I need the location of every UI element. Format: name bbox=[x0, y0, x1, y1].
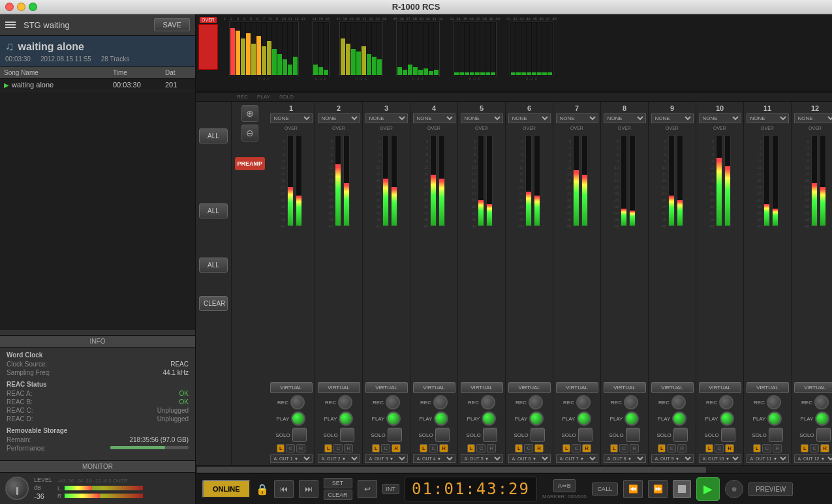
r-btn-11[interactable]: R bbox=[820, 444, 829, 452]
l-btn-9[interactable]: L bbox=[705, 444, 713, 452]
virtual-button-6[interactable]: VIRTUAL bbox=[556, 382, 598, 393]
c-btn-3[interactable]: C bbox=[429, 444, 438, 452]
solo-btn-4[interactable] bbox=[483, 428, 497, 442]
minimize-btn[interactable] bbox=[17, 3, 25, 11]
rec-btn-10[interactable] bbox=[767, 395, 781, 409]
prev-button[interactable]: ⏪ bbox=[623, 480, 643, 498]
rewind-button[interactable]: ⏮ bbox=[274, 480, 294, 498]
solo-btn-6[interactable] bbox=[578, 428, 593, 442]
c-btn-8[interactable]: C bbox=[667, 444, 676, 452]
c-btn-4[interactable]: C bbox=[476, 444, 485, 452]
rec-btn-11[interactable] bbox=[814, 395, 829, 409]
play-btn-2[interactable] bbox=[386, 411, 401, 426]
all-button-2[interactable]: ALL bbox=[199, 203, 228, 218]
online-button[interactable]: ONLINE bbox=[202, 480, 251, 498]
bottom-scrollbar[interactable] bbox=[196, 465, 832, 473]
play-btn-6[interactable] bbox=[577, 411, 591, 426]
rec-btn-1[interactable] bbox=[338, 395, 352, 409]
l-btn-1[interactable]: L bbox=[324, 444, 332, 452]
rec-btn-9[interactable] bbox=[719, 395, 733, 409]
set-button[interactable]: SET bbox=[324, 478, 352, 488]
c-btn-10[interactable]: C bbox=[762, 444, 771, 452]
l-btn-7[interactable]: L bbox=[610, 444, 618, 452]
r-btn-8[interactable]: R bbox=[677, 444, 686, 452]
clear-marker-button[interactable]: CLEAR bbox=[324, 490, 352, 500]
save-button[interactable]: SAVE bbox=[154, 18, 190, 31]
virtual-button-5[interactable]: VIRTUAL bbox=[508, 382, 551, 393]
close-btn[interactable] bbox=[5, 3, 14, 11]
out-select-10[interactable]: A: OUT 11 ▼ bbox=[747, 454, 789, 463]
play-btn-5[interactable] bbox=[529, 411, 544, 426]
channel-select-7[interactable]: NONE bbox=[604, 113, 646, 123]
virtual-button-7[interactable]: VIRTUAL bbox=[604, 382, 646, 393]
channel-select-10[interactable]: NONE bbox=[747, 113, 789, 123]
out-select-2[interactable]: A: OUT 3 ▼ bbox=[365, 454, 408, 463]
channel-select-2[interactable]: NONE bbox=[365, 113, 408, 123]
maximize-btn[interactable] bbox=[29, 3, 37, 11]
channel-select-1[interactable]: NONE bbox=[318, 113, 360, 123]
virtual-button-3[interactable]: VIRTUAL bbox=[413, 382, 455, 393]
channel-select-6[interactable]: NONE bbox=[556, 113, 598, 123]
solo-btn-2[interactable] bbox=[388, 428, 402, 442]
c-btn-0[interactable]: C bbox=[286, 444, 295, 452]
r-btn-4[interactable]: R bbox=[487, 444, 496, 452]
virtual-button-10[interactable]: VIRTUAL bbox=[747, 382, 789, 393]
play-btn-7[interactable] bbox=[624, 411, 639, 426]
play-btn-9[interactable] bbox=[720, 411, 734, 426]
all-button-3[interactable]: ALL bbox=[199, 258, 228, 273]
play-btn-8[interactable] bbox=[672, 411, 686, 426]
virtual-button-4[interactable]: VIRTUAL bbox=[461, 382, 503, 393]
r-btn-5[interactable]: R bbox=[534, 444, 544, 452]
rec-btn-7[interactable] bbox=[624, 395, 638, 409]
rec-btn-6[interactable] bbox=[576, 395, 591, 409]
virtual-button-2[interactable]: VIRTUAL bbox=[365, 382, 408, 393]
rec-btn-8[interactable] bbox=[671, 395, 686, 409]
out-select-7[interactable]: A: OUT 8 ▼ bbox=[604, 454, 646, 463]
forward-button[interactable]: ⏭ bbox=[299, 480, 318, 498]
solo-btn-1[interactable] bbox=[340, 428, 354, 442]
menu-icon[interactable] bbox=[5, 22, 16, 28]
l-btn-6[interactable]: L bbox=[562, 444, 570, 452]
out-select-3[interactable]: A: OUT 4 ▼ bbox=[413, 454, 455, 463]
rec-btn-5[interactable] bbox=[529, 395, 543, 409]
play-button[interactable]: ▶ bbox=[696, 477, 720, 501]
stop-button[interactable] bbox=[673, 480, 691, 498]
channel-select-9[interactable]: NONE bbox=[699, 113, 741, 123]
channel-select-0[interactable]: NONE bbox=[270, 113, 313, 123]
solo-btn-5[interactable] bbox=[531, 428, 545, 442]
out-select-5[interactable]: A: OUT 6 ▼ bbox=[508, 454, 551, 463]
l-btn-11[interactable]: L bbox=[801, 444, 809, 452]
r-btn-9[interactable]: R bbox=[725, 444, 734, 452]
l-btn-0[interactable]: L bbox=[277, 444, 285, 452]
return-button[interactable]: ↩ bbox=[358, 480, 377, 498]
solo-btn-3[interactable] bbox=[435, 428, 450, 442]
l-btn-8[interactable]: L bbox=[658, 444, 666, 452]
virtual-button-1[interactable]: VIRTUAL bbox=[318, 382, 360, 393]
list-item[interactable]: ▶ waiting alone 00:03:30 201 bbox=[0, 79, 195, 91]
channel-select-8[interactable]: NONE bbox=[651, 113, 694, 123]
virtual-button-9[interactable]: VIRTUAL bbox=[699, 382, 741, 393]
rec-btn-0[interactable] bbox=[290, 395, 305, 409]
rec-btn-3[interactable] bbox=[433, 395, 448, 409]
c-btn-2[interactable]: C bbox=[381, 444, 390, 452]
out-select-9[interactable]: A: OUT 10 ▼ bbox=[699, 454, 741, 463]
solo-btn-7[interactable] bbox=[626, 428, 640, 442]
all-button-1[interactable]: ALL bbox=[199, 128, 228, 143]
out-select-0[interactable]: A: OUT 1 ▼ bbox=[270, 454, 313, 463]
c-btn-1[interactable]: C bbox=[333, 444, 343, 452]
rec-btn-4[interactable] bbox=[481, 395, 495, 409]
rec-btn-2[interactable] bbox=[386, 395, 400, 409]
track-scrollbar[interactable] bbox=[0, 330, 195, 335]
solo-btn-10[interactable] bbox=[769, 428, 783, 442]
c-btn-11[interactable]: C bbox=[810, 444, 819, 452]
channel-select-11[interactable]: NONE bbox=[794, 113, 833, 123]
r-btn-10[interactable]: R bbox=[773, 444, 782, 452]
out-select-8[interactable]: A: OUT 9 ▼ bbox=[651, 454, 694, 463]
c-btn-9[interactable]: C bbox=[715, 444, 724, 452]
call-button[interactable]: CALL bbox=[592, 482, 619, 496]
solo-btn-8[interactable] bbox=[673, 428, 688, 442]
out-select-4[interactable]: A: OUT 5 ▼ bbox=[461, 454, 503, 463]
r-btn-7[interactable]: R bbox=[630, 444, 639, 452]
zoom-in-button[interactable]: ⊕ bbox=[241, 105, 258, 122]
c-btn-6[interactable]: C bbox=[572, 444, 581, 452]
